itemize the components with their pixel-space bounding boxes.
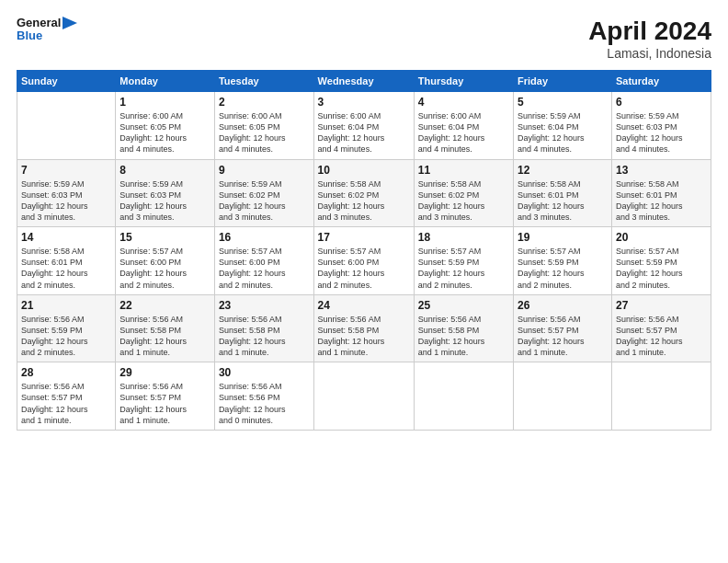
logo-blue: Blue	[17, 29, 77, 42]
calendar-cell: 6Sunrise: 5:59 AM Sunset: 6:03 PM Daylig…	[611, 92, 711, 160]
day-number: 27	[616, 299, 707, 312]
col-header-friday: Friday	[514, 71, 612, 92]
day-number: 12	[518, 164, 608, 177]
header: General Blue April 2024 Lamasi, Indonesi…	[17, 17, 711, 61]
calendar-cell: 30Sunrise: 5:56 AM Sunset: 5:56 PM Dayli…	[214, 362, 313, 431]
calendar-cell: 4Sunrise: 6:00 AM Sunset: 6:04 PM Daylig…	[414, 92, 513, 160]
day-number: 18	[418, 231, 509, 244]
day-detail: Sunrise: 5:57 AM Sunset: 6:00 PM Dayligh…	[119, 246, 210, 291]
week-row-4: 21Sunrise: 5:56 AM Sunset: 5:59 PM Dayli…	[17, 294, 711, 362]
calendar-cell: 15Sunrise: 5:57 AM Sunset: 6:00 PM Dayli…	[116, 227, 215, 295]
day-detail: Sunrise: 5:56 AM Sunset: 5:57 PM Dayligh…	[518, 314, 608, 359]
calendar-cell: 22Sunrise: 5:56 AM Sunset: 5:58 PM Dayli…	[116, 294, 215, 362]
day-detail: Sunrise: 5:58 AM Sunset: 6:02 PM Dayligh…	[418, 178, 509, 224]
day-detail: Sunrise: 5:58 AM Sunset: 6:01 PM Dayligh…	[518, 178, 608, 224]
calendar-table: SundayMondayTuesdayWednesdayThursdayFrid…	[17, 70, 711, 431]
day-number: 24	[318, 299, 410, 312]
svg-marker-0	[63, 17, 77, 29]
logo: General Blue	[17, 17, 77, 43]
logo-arrow-icon	[63, 17, 77, 29]
calendar-cell: 16Sunrise: 5:57 AM Sunset: 6:00 PM Dayli…	[214, 227, 313, 295]
subtitle: Lamasi, Indonesia	[588, 46, 711, 61]
calendar-cell: 18Sunrise: 5:57 AM Sunset: 5:59 PM Dayli…	[414, 227, 513, 295]
logo-general: General	[17, 17, 61, 29]
day-number: 30	[219, 366, 310, 379]
week-row-1: 1Sunrise: 6:00 AM Sunset: 6:05 PM Daylig…	[17, 92, 711, 160]
day-detail: Sunrise: 5:56 AM Sunset: 5:56 PM Dayligh…	[219, 381, 310, 426]
calendar-cell: 19Sunrise: 5:57 AM Sunset: 5:59 PM Dayli…	[514, 227, 612, 295]
col-header-wednesday: Wednesday	[313, 71, 414, 92]
calendar-cell	[611, 362, 711, 431]
day-detail: Sunrise: 5:56 AM Sunset: 5:57 PM Dayligh…	[119, 381, 210, 426]
day-number: 21	[21, 299, 111, 312]
day-detail: Sunrise: 6:00 AM Sunset: 6:04 PM Dayligh…	[418, 110, 509, 155]
day-detail: Sunrise: 5:56 AM Sunset: 5:58 PM Dayligh…	[119, 314, 210, 359]
day-detail: Sunrise: 5:56 AM Sunset: 5:57 PM Dayligh…	[616, 314, 707, 359]
calendar-cell: 28Sunrise: 5:56 AM Sunset: 5:57 PM Dayli…	[17, 362, 116, 431]
header-row: SundayMondayTuesdayWednesdayThursdayFrid…	[17, 71, 711, 92]
week-row-5: 28Sunrise: 5:56 AM Sunset: 5:57 PM Dayli…	[17, 362, 711, 431]
day-number: 23	[219, 299, 310, 312]
day-number: 1	[119, 96, 210, 109]
day-number: 19	[518, 231, 608, 244]
calendar-cell	[313, 362, 414, 431]
calendar-cell: 8Sunrise: 5:59 AM Sunset: 6:03 PM Daylig…	[116, 159, 215, 227]
day-number: 8	[119, 164, 210, 177]
day-detail: Sunrise: 5:59 AM Sunset: 6:03 PM Dayligh…	[616, 110, 707, 155]
day-detail: Sunrise: 5:58 AM Sunset: 6:01 PM Dayligh…	[616, 178, 707, 224]
day-detail: Sunrise: 6:00 AM Sunset: 6:05 PM Dayligh…	[119, 110, 210, 155]
calendar-cell: 24Sunrise: 5:56 AM Sunset: 5:58 PM Dayli…	[313, 294, 414, 362]
day-detail: Sunrise: 6:00 AM Sunset: 6:05 PM Dayligh…	[219, 110, 310, 155]
day-detail: Sunrise: 5:56 AM Sunset: 5:58 PM Dayligh…	[219, 314, 310, 359]
day-number: 2	[219, 96, 310, 109]
calendar-cell: 25Sunrise: 5:56 AM Sunset: 5:58 PM Dayli…	[414, 294, 513, 362]
day-number: 22	[119, 299, 210, 312]
day-number: 17	[318, 231, 410, 244]
day-detail: Sunrise: 5:58 AM Sunset: 6:02 PM Dayligh…	[318, 178, 410, 224]
calendar-cell: 17Sunrise: 5:57 AM Sunset: 6:00 PM Dayli…	[313, 227, 414, 295]
calendar-cell: 11Sunrise: 5:58 AM Sunset: 6:02 PM Dayli…	[414, 159, 513, 227]
col-header-saturday: Saturday	[611, 71, 711, 92]
calendar-cell: 3Sunrise: 6:00 AM Sunset: 6:04 PM Daylig…	[313, 92, 414, 160]
day-number: 28	[21, 366, 111, 379]
calendar-cell: 2Sunrise: 6:00 AM Sunset: 6:05 PM Daylig…	[214, 92, 313, 160]
col-header-tuesday: Tuesday	[214, 71, 313, 92]
day-detail: Sunrise: 5:57 AM Sunset: 5:59 PM Dayligh…	[616, 246, 707, 291]
calendar-cell: 5Sunrise: 5:59 AM Sunset: 6:04 PM Daylig…	[514, 92, 612, 160]
calendar-cell: 14Sunrise: 5:58 AM Sunset: 6:01 PM Dayli…	[17, 227, 116, 295]
day-number: 6	[616, 96, 707, 109]
day-number: 9	[219, 164, 310, 177]
day-detail: Sunrise: 6:00 AM Sunset: 6:04 PM Dayligh…	[318, 110, 410, 155]
week-row-2: 7Sunrise: 5:59 AM Sunset: 6:03 PM Daylig…	[17, 159, 711, 227]
calendar-cell: 12Sunrise: 5:58 AM Sunset: 6:01 PM Dayli…	[514, 159, 612, 227]
day-detail: Sunrise: 5:56 AM Sunset: 5:57 PM Dayligh…	[21, 381, 111, 426]
col-header-thursday: Thursday	[414, 71, 513, 92]
day-number: 13	[616, 164, 707, 177]
main-title: April 2024	[588, 17, 711, 46]
calendar-cell: 7Sunrise: 5:59 AM Sunset: 6:03 PM Daylig…	[17, 159, 116, 227]
day-detail: Sunrise: 5:57 AM Sunset: 6:00 PM Dayligh…	[219, 246, 310, 291]
day-detail: Sunrise: 5:56 AM Sunset: 5:59 PM Dayligh…	[21, 314, 111, 359]
day-number: 7	[21, 164, 111, 177]
week-row-3: 14Sunrise: 5:58 AM Sunset: 6:01 PM Dayli…	[17, 227, 711, 295]
day-number: 11	[418, 164, 509, 177]
day-number: 10	[318, 164, 410, 177]
day-number: 16	[219, 231, 310, 244]
calendar-cell	[17, 92, 116, 160]
logo-text: General Blue	[17, 17, 77, 43]
calendar-cell: 27Sunrise: 5:56 AM Sunset: 5:57 PM Dayli…	[611, 294, 711, 362]
day-number: 25	[418, 299, 509, 312]
day-number: 29	[119, 366, 210, 379]
calendar-cell: 23Sunrise: 5:56 AM Sunset: 5:58 PM Dayli…	[214, 294, 313, 362]
calendar-cell: 20Sunrise: 5:57 AM Sunset: 5:59 PM Dayli…	[611, 227, 711, 295]
day-detail: Sunrise: 5:57 AM Sunset: 6:00 PM Dayligh…	[318, 246, 410, 291]
day-detail: Sunrise: 5:59 AM Sunset: 6:04 PM Dayligh…	[518, 110, 608, 155]
day-number: 5	[518, 96, 608, 109]
calendar-cell: 21Sunrise: 5:56 AM Sunset: 5:59 PM Dayli…	[17, 294, 116, 362]
day-number: 14	[21, 231, 111, 244]
calendar-cell: 1Sunrise: 6:00 AM Sunset: 6:05 PM Daylig…	[116, 92, 215, 160]
page: General Blue April 2024 Lamasi, Indonesi…	[0, 0, 728, 563]
day-detail: Sunrise: 5:59 AM Sunset: 6:02 PM Dayligh…	[219, 178, 310, 224]
day-number: 26	[518, 299, 608, 312]
calendar-cell: 29Sunrise: 5:56 AM Sunset: 5:57 PM Dayli…	[116, 362, 215, 431]
